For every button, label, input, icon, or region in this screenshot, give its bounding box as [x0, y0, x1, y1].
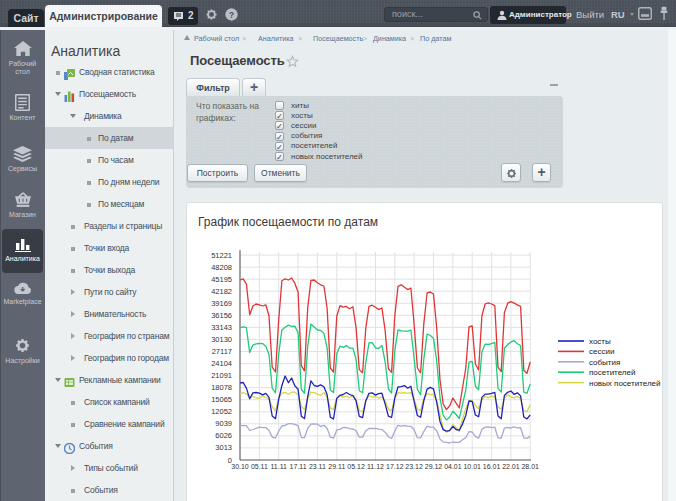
- svg-text:05.12: 05.12: [347, 463, 365, 470]
- svg-text:посетителей: посетителей: [589, 368, 635, 377]
- svg-text:30.10: 30.10: [231, 463, 249, 470]
- svg-text:17.12: 17.12: [386, 463, 404, 470]
- svg-text:33143: 33143: [211, 323, 232, 332]
- svg-text:42182: 42182: [211, 287, 232, 296]
- svg-text:22.01: 22.01: [502, 463, 520, 470]
- svg-text:27117: 27117: [212, 347, 232, 356]
- svg-text:48208: 48208: [211, 263, 232, 272]
- svg-text:3013: 3013: [215, 443, 232, 452]
- svg-text:10.01: 10.01: [463, 463, 481, 470]
- svg-text:17.11: 17.11: [290, 463, 307, 470]
- svg-text:29.12: 29.12: [425, 463, 443, 470]
- svg-text:сессии: сессии: [589, 347, 614, 356]
- svg-text:новых посетителей: новых посетителей: [589, 379, 661, 388]
- svg-text:11.11: 11.11: [270, 463, 287, 470]
- svg-text:23.11: 23.11: [309, 463, 326, 470]
- svg-text:29.11: 29.11: [328, 463, 345, 470]
- svg-text:24104: 24104: [211, 359, 232, 368]
- svg-text:45195: 45195: [211, 275, 232, 284]
- svg-text:51221: 51221: [211, 251, 232, 260]
- svg-text:28.01: 28.01: [521, 463, 539, 470]
- svg-text:15065: 15065: [211, 395, 232, 404]
- svg-text:39169: 39169: [211, 299, 232, 308]
- svg-text:12052: 12052: [211, 407, 232, 416]
- svg-text:04.01: 04.01: [444, 463, 462, 470]
- svg-text:18078: 18078: [211, 383, 232, 392]
- svg-text:события: события: [589, 358, 620, 367]
- svg-text:16.01: 16.01: [483, 463, 501, 470]
- svg-text:36156: 36156: [211, 311, 232, 320]
- svg-text:11.12: 11.12: [367, 463, 384, 470]
- svg-text:23.12: 23.12: [405, 463, 423, 470]
- svg-text:05.11: 05.11: [251, 463, 268, 470]
- svg-text:9039: 9039: [215, 419, 232, 428]
- svg-text:6026: 6026: [215, 431, 232, 440]
- svg-text:хосты: хосты: [589, 337, 611, 346]
- svg-text:30130: 30130: [211, 335, 232, 344]
- svg-text:21091: 21091: [211, 371, 232, 380]
